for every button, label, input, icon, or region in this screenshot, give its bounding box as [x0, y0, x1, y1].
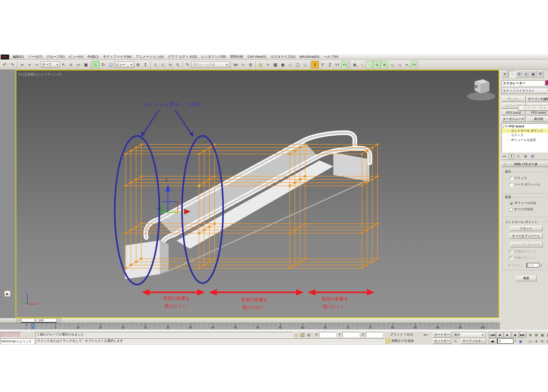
angle-snap-toggle-icon[interactable]: ∠∩ — [159, 61, 166, 68]
snap-pivot-icon[interactable]: +∩ — [358, 61, 366, 68]
viewport-label[interactable]: [+] [正投影] [シェーディング] — [18, 72, 62, 77]
maximize-viewport-toggle-icon[interactable]: ◱ — [545, 338, 548, 344]
go-to-start-button[interactable]: |◀◀ — [489, 332, 496, 338]
z-coordinate-field[interactable] — [366, 332, 383, 337]
select-and-manipulate-icon[interactable]: ↥ — [142, 61, 149, 68]
menu-group[interactable]: グループ(G) — [44, 54, 67, 59]
go-to-end-button[interactable]: ▶▶| — [519, 332, 526, 338]
unlink-selection-icon[interactable]: ∝ — [26, 61, 33, 68]
schematic-view-icon[interactable]: ▦ — [272, 61, 279, 68]
select-and-rotate-icon[interactable]: ↻ — [100, 61, 107, 68]
select-object-icon[interactable]: ↖ — [60, 61, 67, 68]
make-unique-icon[interactable]: ⋎ — [516, 154, 521, 159]
edit-poly-button[interactable]: ポリゴンを編集 — [527, 96, 548, 102]
menu-lighting-analysis[interactable]: 照明分析 — [228, 54, 246, 59]
source-volume-checkbox-row[interactable]: ソース ボリューム — [509, 182, 548, 187]
offset-spinner[interactable]: ▲▼ — [541, 264, 542, 267]
reset-button[interactable]: リセット — [510, 226, 542, 231]
previous-frame-button[interactable]: ◀| — [496, 332, 503, 338]
selection-lock-icon[interactable] — [300, 332, 305, 338]
inside-points-checkbox[interactable]: ✓ — [509, 250, 513, 253]
expand-tray-button[interactable]: ▶ — [4, 291, 11, 297]
time-slider[interactable]: 0 / 100 — [21, 318, 57, 323]
menu-rendering[interactable]: レンダリング(R) — [199, 54, 228, 59]
modifier-stack-ffd-entry[interactable]: ϙ⊟FFD 4x4x4 — [502, 124, 548, 128]
configure-modifier-sets-icon[interactable]: ⊞ — [530, 154, 535, 159]
select-and-scale-icon[interactable]: ◲ — [107, 61, 114, 68]
tab-motion-icon[interactable]: ◎ — [523, 71, 529, 77]
only-in-volume-radio[interactable] — [509, 201, 513, 205]
zoom-all-icon[interactable]: ⊞ — [533, 332, 539, 338]
select-by-name-icon[interactable]: ≡ — [67, 61, 75, 68]
selection-filter-dropdown[interactable]: すべて▼ — [41, 62, 60, 68]
zoom-extents-icon[interactable]: ▣ — [539, 332, 545, 338]
maxscript-listener-field[interactable]: MAXScript にようこそ — [1, 338, 34, 344]
restrict-x-icon[interactable]: X — [311, 61, 319, 68]
align-icon[interactable]: ≒ — [239, 61, 247, 68]
menu-maxscript[interactable]: MAXScript(X) — [298, 54, 322, 59]
add-time-tag[interactable]: 時間タグを追加 — [392, 339, 414, 343]
edit-named-selection-sets-icon[interactable]: ✎ — [184, 61, 191, 68]
bind-to-space-warp-icon[interactable]: ≈ — [33, 61, 41, 68]
tab-hierarchy-icon[interactable]: ⊞ — [516, 71, 522, 77]
frame-forward-button[interactable]: > — [57, 319, 62, 323]
outside-points-checkbox-row[interactable]: ✓外側のポイント — [509, 256, 548, 260]
use-pivot-point-center-icon[interactable]: ⊕ — [134, 61, 142, 68]
undo-icon[interactable]: ↶ — [1, 61, 8, 68]
redo-icon[interactable]: ↷ — [8, 61, 16, 68]
y-coordinate-field[interactable] — [342, 332, 359, 337]
snap-midpoint-icon[interactable]: ⊞∩ — [381, 61, 388, 68]
select-and-link-icon[interactable]: ∞ — [18, 61, 26, 68]
time-configuration-icon[interactable]: ▣ — [518, 338, 523, 344]
snap-endpoint-icon[interactable]: ⊟∩ — [373, 61, 381, 68]
tab-create-icon[interactable]: ∗ — [501, 71, 508, 77]
snap-toggle-3d-icon[interactable]: 3∩ — [152, 61, 159, 68]
zoom-extents-all-icon[interactable]: ▦ — [545, 332, 548, 338]
isolate-toggle-icon[interactable]: ϙ — [293, 332, 299, 338]
timeline-ruler[interactable]: ⊡ ↨ 051015202530354045505560657075808590… — [0, 323, 500, 329]
frame-back-button[interactable]: < — [16, 319, 21, 323]
inside-points-checkbox-row[interactable]: ✓内側のポイント — [509, 250, 548, 254]
turbosmooth-button[interactable]: ターボスムーズ — [501, 116, 526, 122]
collapse-icon[interactable]: ⊟ — [505, 125, 507, 128]
snaps-use-axis-constraints-icon[interactable]: XY∩ — [341, 61, 349, 68]
lattice-checkbox[interactable]: ✓ — [509, 176, 513, 180]
menu-create[interactable]: 作成(C) — [85, 54, 101, 59]
tab-modify-icon[interactable]: ◔ — [509, 71, 515, 77]
snap-frozen-icon[interactable]: ∗∩ — [403, 61, 410, 68]
restrict-z-icon[interactable]: Z — [326, 61, 334, 68]
pan-hand-icon[interactable]: ✛ — [533, 338, 539, 344]
rendered-frame-window-icon[interactable]: ▢ — [294, 61, 301, 68]
tessellate-button[interactable]: 面分割 — [527, 116, 548, 122]
modifier-list-dropdown[interactable]: モディファイヤリスト▼ — [501, 88, 548, 94]
restrict-y-icon[interactable]: Y — [319, 61, 326, 68]
ffd-parameters-rollout-header[interactable]: −FFD パラメータ — [501, 162, 548, 167]
x-coordinate-field[interactable] — [319, 332, 336, 337]
select-and-move-icon[interactable]: ↔↕ — [92, 61, 100, 68]
modifier-enabled-icon[interactable]: ϙ — [503, 124, 504, 128]
next-frame-button[interactable]: |▶ — [512, 332, 519, 338]
region-zoom-icon[interactable]: ▭ — [527, 338, 533, 344]
window-crossing-icon[interactable]: ▣ — [82, 61, 90, 68]
object-color-swatch[interactable] — [545, 80, 548, 85]
menu-customize[interactable]: カスタマイズ(U) — [268, 54, 298, 59]
percent-snap-toggle-icon[interactable]: %∩ — [166, 61, 174, 68]
show-end-result-icon[interactable]: ‖ — [509, 154, 514, 159]
animate-all-button[interactable]: すべてをアニメート — [510, 233, 542, 238]
all-vertices-radio-row[interactable]: すべての頂点 — [509, 207, 548, 212]
conform-to-shape-button[interactable]: シェイプに合わせる — [510, 242, 542, 247]
offset-field[interactable]: 0.05 — [527, 263, 539, 268]
stack-lattice[interactable]: ┈┈ラティス — [502, 133, 548, 138]
lattice-checkbox-row[interactable]: ✓ラティス — [509, 176, 548, 181]
outside-points-checkbox[interactable]: ✓ — [509, 256, 513, 260]
menu-modifiers[interactable]: モディファイヤ(M) — [101, 54, 134, 59]
key-filters-button[interactable]: キーフィルタ... — [460, 338, 486, 344]
material-editor-icon[interactable]: ◉ — [279, 61, 286, 68]
only-in-volume-radio-row[interactable]: ボリュームのみ — [509, 201, 548, 205]
snap-face-icon[interactable]: ◁∩ — [396, 61, 403, 68]
rectangular-selection-region-icon[interactable]: ▭ — [75, 61, 82, 68]
current-frame-field[interactable]: 0 — [497, 338, 514, 343]
menu-graph-editors[interactable]: グラフ エディタ(D) — [166, 54, 199, 59]
layer-manager-icon[interactable]: ≣ — [247, 61, 254, 68]
menu-help[interactable]: ヘルプ(H) — [321, 54, 341, 59]
